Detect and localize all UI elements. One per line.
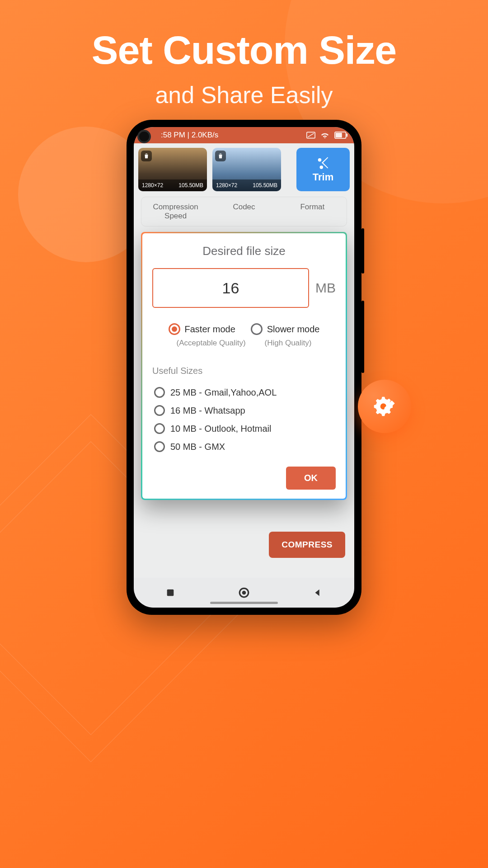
useful-size-option[interactable]: 16 MB - Whatsapp — [152, 401, 336, 420]
wifi-icon — [320, 131, 330, 139]
svg-rect-4 — [336, 133, 342, 138]
tab-format[interactable]: Format — [278, 197, 347, 226]
svg-rect-5 — [167, 590, 174, 596]
useful-size-option[interactable]: 10 MB - Outlook, Hotmail — [152, 420, 336, 438]
phone-screen: :58 PM | 2.0KB/s 1280×72 105.50MB — [134, 127, 354, 608]
status-bar: :58 PM | 2.0KB/s — [134, 127, 354, 143]
video-thumbnail[interactable]: 1280×72 105.50MB — [138, 148, 207, 191]
thumb-size: 105.50MB — [178, 182, 203, 189]
radio-icon — [169, 323, 180, 335]
modal-title: Desired file size — [152, 244, 336, 258]
radio-slower-mode[interactable]: Slower mode — [251, 323, 320, 335]
useful-size-label: 10 MB - Outlook, Hotmail — [170, 424, 271, 434]
ok-button[interactable]: OK — [286, 467, 336, 490]
svg-line-1 — [308, 133, 314, 137]
radio-icon — [154, 441, 165, 452]
radio-icon — [251, 323, 263, 335]
delete-icon[interactable] — [215, 151, 226, 161]
nav-back[interactable] — [291, 588, 345, 598]
radio-icon — [154, 387, 165, 398]
radio-label: Slower mode — [267, 324, 320, 335]
mode-sub-slower: (High Quality) — [265, 339, 312, 348]
gear-pencil-icon — [370, 392, 399, 421]
scissors-icon — [316, 156, 330, 170]
phone-frame: :58 PM | 2.0KB/s 1280×72 105.50MB — [127, 120, 361, 615]
nav-gesture-pill — [210, 602, 278, 604]
thumb-resolution: 1280×72 — [216, 182, 237, 189]
settings-fab[interactable] — [358, 380, 411, 433]
nav-recent[interactable] — [143, 588, 197, 598]
status-time: :58 PM | 2.0KB/s — [161, 131, 218, 140]
radio-icon — [154, 405, 165, 416]
video-thumbnail[interactable]: 1280×72 105.50MB — [212, 148, 281, 191]
trim-button[interactable]: Trim — [296, 148, 350, 191]
useful-size-option[interactable]: 25 MB - Gmail,Yahoo,AOL — [152, 383, 336, 401]
nav-home[interactable] — [217, 587, 271, 599]
useful-sizes-header: Useful Sizes — [152, 366, 336, 376]
compress-button[interactable]: COMPRESS — [269, 532, 345, 558]
phone-side-button — [361, 301, 364, 373]
file-size-input[interactable]: 16 — [152, 268, 309, 308]
file-size-unit: MB — [315, 280, 336, 296]
option-tabs: Compression Speed Codec Format — [141, 197, 347, 226]
radio-icon — [154, 423, 165, 434]
svg-rect-3 — [346, 133, 347, 137]
battery-icon — [334, 132, 348, 139]
mode-sub-faster: (Acceptable Quality) — [177, 339, 246, 348]
useful-size-label: 50 MB - GMX — [170, 442, 225, 452]
useful-size-label: 25 MB - Gmail,Yahoo,AOL — [170, 387, 277, 398]
tab-compression-speed[interactable]: Compression Speed — [141, 197, 210, 226]
radio-label: Faster mode — [185, 324, 235, 335]
file-size-modal: Desired file size 16 MB Faster mode Slow… — [141, 232, 347, 500]
useful-size-label: 16 MB - Whatsapp — [170, 406, 245, 416]
tab-codec[interactable]: Codec — [210, 197, 278, 226]
trim-label: Trim — [313, 171, 333, 183]
thumb-size: 105.50MB — [253, 182, 277, 189]
hero-subtitle: and Share Easily — [0, 81, 488, 108]
useful-size-option[interactable]: 50 MB - GMX — [152, 438, 336, 456]
no-sim-icon — [306, 132, 315, 139]
radio-faster-mode[interactable]: Faster mode — [169, 323, 235, 335]
delete-icon[interactable] — [141, 151, 152, 161]
thumb-resolution: 1280×72 — [142, 182, 163, 189]
front-camera — [137, 130, 151, 143]
android-nav-bar — [134, 578, 354, 608]
phone-side-button — [361, 228, 364, 274]
svg-point-7 — [242, 591, 246, 595]
